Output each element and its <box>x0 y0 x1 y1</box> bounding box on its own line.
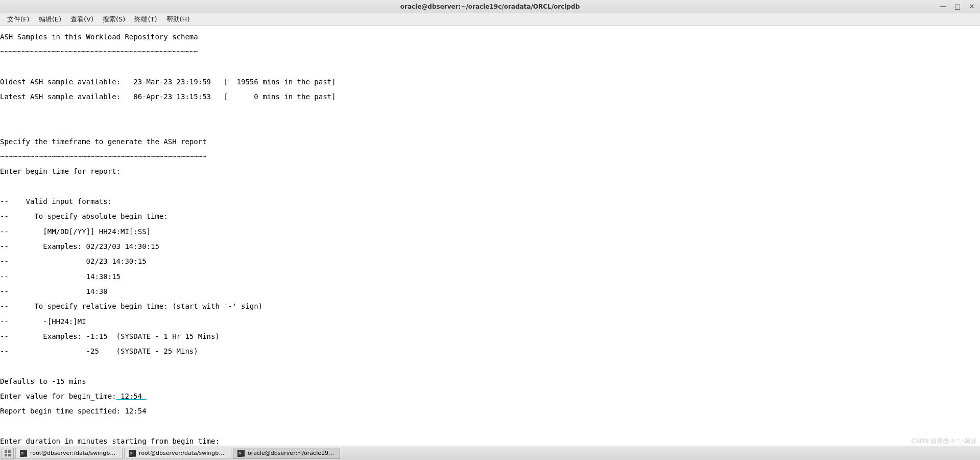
terminal-line: Specify the timeframe to generate the AS… <box>0 138 980 146</box>
terminal-icon: >_ <box>129 450 136 457</box>
terminal-line: ~~~~~~~~~~~~~~~~~~~~~~~~~~~~~~~~~~~~~~~~… <box>0 153 980 160</box>
terminal-line <box>0 63 980 71</box>
terminal-line: -- Examples: -1:15 (SYSDATE - 1 Hr 15 Mi… <box>0 333 980 340</box>
taskbar-item-terminal-2[interactable]: >_ root@dbserver:/data/swingbench/bin <box>124 448 231 459</box>
menu-terminal[interactable]: 终端(T) <box>130 13 161 26</box>
taskbar: >_ root@dbserver:/data/swingbench/bin >_… <box>0 446 980 460</box>
input-begin-time: 12:54 <box>116 392 147 400</box>
terminal-line: -- 14:30 <box>0 288 980 295</box>
menu-file[interactable]: 文件(F) <box>3 13 34 26</box>
terminal-line: Enter value for begin_time: 12:54 <box>0 393 980 400</box>
close-button[interactable]: ✕ <box>967 2 977 11</box>
terminal-line: -- -25 (SYSDATE - 25 Mins) <box>0 348 980 355</box>
terminal-line: Enter duration in minutes starting from … <box>0 438 980 445</box>
terminal-line: ~~~~~~~~~~~~~~~~~~~~~~~~~~~~~~~~~~~~~~~~… <box>0 48 980 56</box>
menu-search[interactable]: 搜索(S) <box>99 13 129 26</box>
taskbar-item-terminal-1[interactable]: >_ root@dbserver:/data/swingbench/bin <box>15 448 123 459</box>
terminal-line: -- 14:30:15 <box>0 273 980 281</box>
taskbar-label: root@dbserver:/data/swingbench/bin <box>139 450 227 456</box>
terminal-line <box>0 423 980 430</box>
window-titlebar: oracle@dbserver:~/oracle19c/oradata/ORCL… <box>0 0 980 13</box>
terminal-output[interactable]: ASH Samples in this Workload Repository … <box>0 26 980 446</box>
terminal-line <box>0 362 980 370</box>
svg-rect-3 <box>8 454 11 456</box>
svg-rect-1 <box>8 450 11 453</box>
menu-bar: 文件(F) 编辑(E) 查看(V) 搜索(S) 终端(T) 帮助(H) <box>0 13 980 26</box>
window-controls: — □ ✕ <box>938 2 977 11</box>
menu-help[interactable]: 帮助(H) <box>162 13 194 26</box>
taskbar-item-terminal-3[interactable]: >_ oracle@dbserver:~/oracle19c/orada… <box>233 448 340 459</box>
svg-rect-0 <box>5 450 7 453</box>
terminal-line: Report begin time specified: 12:54 <box>0 407 980 415</box>
show-desktop-button[interactable] <box>2 448 14 459</box>
menu-edit[interactable]: 编辑(E) <box>35 13 65 26</box>
taskbar-label: oracle@dbserver:~/oracle19c/orada… <box>248 450 336 456</box>
terminal-line: Oldest ASH sample available: 23-Mar-23 2… <box>0 78 980 86</box>
desktop-icon <box>5 450 11 456</box>
window-title: oracle@dbserver:~/oracle19c/oradata/ORCL… <box>400 3 580 10</box>
terminal-line: -- Valid input formats: <box>0 198 980 205</box>
terminal-line: -- Examples: 02/23/03 14:30:15 <box>0 243 980 250</box>
terminal-icon: >_ <box>20 450 27 457</box>
terminal-line: -- [MM/DD[/YY]] HH24:MI[:SS] <box>0 228 980 236</box>
terminal-line <box>0 108 980 116</box>
watermark: CSDN @孤傲小二~阿沐 <box>911 437 977 446</box>
terminal-line: -- To specify absolute begin time: <box>0 213 980 220</box>
terminal-line <box>0 123 980 131</box>
terminal-icon: >_ <box>237 450 245 457</box>
svg-rect-2 <box>5 454 7 456</box>
terminal-line: -- -[HH24:]MI <box>0 318 980 326</box>
minimize-button[interactable]: — <box>938 2 948 11</box>
terminal-line: Latest ASH sample available: 06-Apr-23 1… <box>0 93 980 101</box>
prompt-begin-time: Enter value for begin_time: <box>0 392 116 400</box>
terminal-line: Defaults to -15 mins <box>0 378 980 385</box>
terminal-line: ASH Samples in this Workload Repository … <box>0 33 980 41</box>
menu-view[interactable]: 查看(V) <box>66 13 98 26</box>
terminal-line: -- To specify relative begin time: (star… <box>0 303 980 310</box>
terminal-line: Enter begin time for report: <box>0 168 980 175</box>
terminal-line: -- 02/23 14:30:15 <box>0 258 980 265</box>
maximize-button[interactable]: □ <box>952 2 963 11</box>
taskbar-label: root@dbserver:/data/swingbench/bin <box>30 450 118 456</box>
terminal-line <box>0 183 980 191</box>
